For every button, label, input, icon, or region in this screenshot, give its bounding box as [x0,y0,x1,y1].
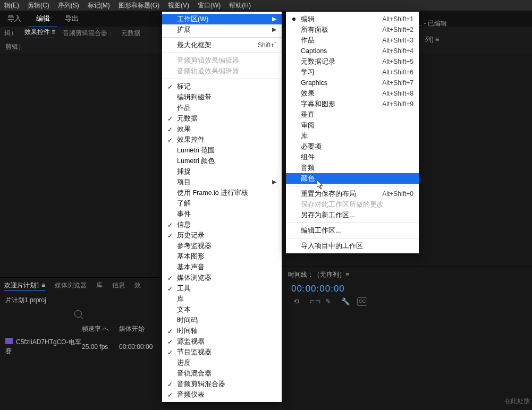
menu-item[interactable]: ✓效果 [162,124,282,134]
menu-item[interactable]: 必要项 [286,141,419,152]
menu-item[interactable]: ✓标记 [162,81,282,92]
tab-import[interactable]: 导入 [0,11,29,27]
menu-item[interactable]: 所有面板Alt+Shift+2 [286,24,419,35]
menu-item[interactable]: 进度 [162,357,282,368]
menu-item[interactable]: 音频 [286,163,419,173]
marker-icon[interactable]: ✎ [325,297,334,306]
settings-icon[interactable]: 🔧 [341,297,350,306]
project-tab[interactable]: 库 [96,281,103,291]
menu-item[interactable]: 库 [162,294,282,304]
menu-item[interactable]: 基本图形 [162,251,282,262]
menu-item-extensions[interactable]: 扩展▶ [162,24,282,35]
submenu-arrow-icon: ▶ [272,26,276,33]
menubar-item[interactable]: 窗口(W) [195,1,224,10]
menu-item[interactable]: 字幕和图形Alt+Shift+9 [286,99,419,109]
menu-item-label: 节目监视器 [177,348,212,357]
menu-item[interactable]: CaptionsAlt+Shift+4 [286,46,419,56]
menu-item[interactable]: 元数据记录Alt+Shift+5 [286,56,419,67]
check-icon: ✓ [167,391,173,399]
menu-item-workspace[interactable]: 工作区(W)▶ [162,14,282,24]
menu-item[interactable]: 使用 Frame.io 进行审核 [162,187,282,198]
panel-tab-effect-controls[interactable]: 效果控件 ≡ [24,28,55,38]
menu-item-label: 扩展 [177,25,191,35]
menu-item[interactable]: 捕捉 [162,166,282,177]
menu-shortcut: Alt+Shift+3 [382,37,413,44]
col-name[interactable] [2,324,82,334]
menubar-item[interactable]: 图形和标题(G) [115,1,163,10]
menu-item-label: 学习 [301,68,315,77]
menu-item-reset-workspace[interactable]: 重置为保存的布局Alt+Shift+0 [286,189,419,199]
project-tab[interactable]: 效 [134,281,141,291]
menu-item-label: 源监视器 [177,337,205,346]
menu-item[interactable]: 音轨混合器 [162,368,282,379]
menu-item[interactable]: ✓节目监视器 [162,347,282,357]
menu-item[interactable]: 项目▶ [162,177,282,187]
submenu-arrow-icon: ▶ [272,15,276,22]
menu-item[interactable]: 库 [286,131,419,141]
menubar-item[interactable]: 视图(V) [165,1,192,10]
menu-item[interactable]: ✓媒体浏览器 [162,272,282,283]
menu-item[interactable]: ✓音频仪表 [162,389,282,400]
menu-item[interactable]: 编辑到磁带 [162,92,282,102]
panel-tab-audio-mixer[interactable]: 音频剪辑混合器： [63,29,114,38]
snap-icon[interactable]: ⟲ [293,297,302,306]
menubar-item[interactable]: 剪辑(C) [24,1,53,10]
menu-item[interactable]: ✓时间轴 [162,326,282,336]
project-tab[interactable]: 媒体浏览器 [55,281,87,291]
cc-icon[interactable]: CC [357,297,367,306]
panel-tab-none[interactable]: 辑） [4,29,17,38]
menubar-item[interactable]: 辑(E) [1,1,22,10]
panel-tab-metadata[interactable]: 元数据 [121,29,140,38]
check-icon: ✓ [167,83,173,91]
menu-item[interactable]: 作品Alt+Shift+3 [286,35,419,46]
menu-item[interactable]: ✓源监视器 [162,336,282,347]
menu-item-label: 基本图形 [177,252,205,261]
menu-item[interactable]: GraphicsAlt+Shift+7 [286,78,419,88]
link-icon[interactable]: ⊂⊃ [309,297,318,306]
menu-item[interactable]: 作品 [162,102,282,113]
menu-item[interactable]: ✓效果控件 [162,134,282,145]
menu-item-label: 垂直 [301,110,315,119]
timeline-title: 时间线：（无序列）≡ [282,267,532,283]
menubar-item[interactable]: 序列(S) [55,1,82,10]
col-media-start[interactable]: 媒体开始 [119,324,156,334]
menu-item[interactable]: 时间码 [162,315,282,326]
tab-edit[interactable]: 编辑 [29,11,57,27]
menu-item-label: Lumetri 颜色 [177,157,215,166]
menu-item[interactable]: ✓工具 [162,283,282,294]
menu-item[interactable]: Lumetri 颜色 [162,156,282,166]
menu-item[interactable]: 组件 [286,152,419,163]
menubar-item[interactable]: 标记(M) [85,1,113,10]
timeline-timecode[interactable]: 00:00:00:00 [282,283,532,295]
menu-item[interactable]: Lumetri 范围 [162,145,282,156]
menu-item[interactable]: ✓元数据 [162,113,282,124]
project-tab[interactable]: 欢迎片计划1 ≡ [4,281,45,291]
menu-item-label: 导入项目中的工作区 [301,242,363,251]
menu-item-maximize-frame[interactable]: 最大化框架Shift+` [162,40,282,50]
menu-item-audio-clip-fx-editor: 音频剪辑效果编辑器 [162,55,282,66]
project-bin-row[interactable]: C5fzIiAD7HTgCO-电车赛 25.00 fps 00:00:00:00 [0,336,159,358]
menu-item[interactable]: 参考监视器 [162,241,282,251]
menu-item-import-workspace[interactable]: 导入项目中的工作区 [286,241,419,251]
menu-item[interactable]: 基本声音 [162,262,282,272]
menu-item-label: 使用 Frame.io 进行审核 [177,189,248,198]
project-search[interactable] [5,310,154,319]
menu-item[interactable]: 颜色 [286,173,419,184]
menu-item-save-as-new-workspace[interactable]: 另存为新工作区... [286,210,419,220]
tab-export[interactable]: 导出 [57,11,86,27]
menu-item[interactable]: 文本 [162,304,282,315]
menu-item[interactable]: ✓历史记录 [162,230,282,241]
menu-item[interactable]: 事件 [162,209,282,219]
menu-item[interactable]: ✓音频剪辑混合器 [162,379,282,389]
project-tab[interactable]: 信息 [112,281,125,291]
menu-item[interactable]: 效果Alt+Shift+8 [286,88,419,99]
menubar-item[interactable]: 帮助(H) [226,1,254,10]
menu-item[interactable]: 学习Alt+Shift+6 [286,67,419,78]
menu-item[interactable]: 垂直 [286,109,419,120]
col-framerate[interactable]: 帧速率 へ [82,324,119,334]
menu-item-edit-workspaces[interactable]: 编辑工作区... [286,225,419,236]
menu-item[interactable]: 了解 [162,198,282,209]
menu-item[interactable]: 编辑Alt+Shift+1 [286,14,419,24]
menu-item[interactable]: ✓信息 [162,219,282,230]
menu-item[interactable]: 审阅 [286,120,419,131]
